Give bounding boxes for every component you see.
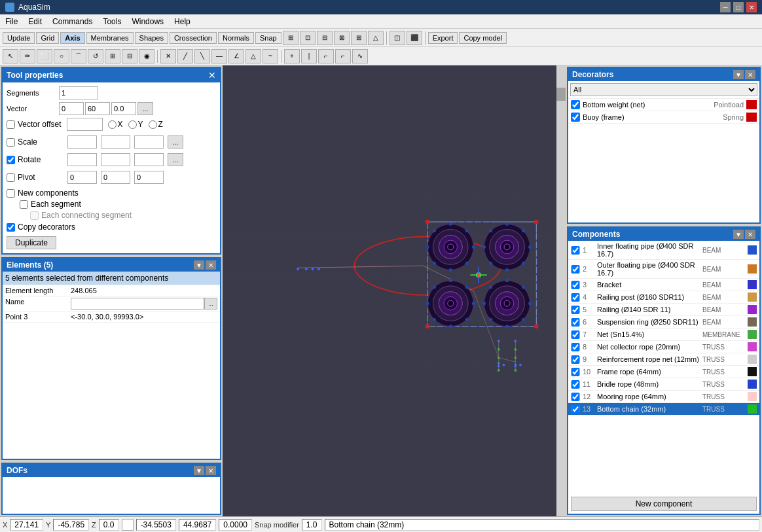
dofs-collapse[interactable]: ▼ (194, 466, 204, 475)
minimize-button[interactable]: ─ (720, 2, 731, 12)
rotate-z-input[interactable] (134, 153, 164, 166)
component-item-4[interactable]: 4 Railing post (Ø160 SDR11) BEAM (568, 291, 759, 304)
toolbar-snap[interactable]: Snap (255, 32, 281, 44)
toolbar-icon5[interactable]: △ (368, 31, 384, 45)
decorator-check-1[interactable] (571, 113, 580, 122)
scale-z-input[interactable] (134, 135, 164, 149)
component-item-10[interactable]: 10 Frame rope (64mm) TRUSS (568, 366, 759, 378)
vector-x-input[interactable] (59, 102, 84, 115)
component-item-3[interactable]: 3 Bracket BEAM (568, 279, 759, 291)
component-check-9[interactable] (571, 355, 580, 364)
toolbar-icon1[interactable]: ⊡ (300, 31, 316, 45)
each-segment-check[interactable] (20, 200, 28, 209)
vector-z-input[interactable] (111, 102, 136, 115)
tool-bend1[interactable]: ⌐ (318, 49, 334, 63)
tool-snake[interactable]: ∿ (352, 49, 368, 63)
component-item-7[interactable]: 7 Net (Sn15.4%) MEMBRANE (568, 328, 759, 341)
new-component-button[interactable]: New component (571, 497, 757, 511)
toolbar-icon2[interactable]: ⊟ (317, 31, 333, 45)
tool-rotate[interactable]: ↺ (88, 49, 103, 63)
pivot-check[interactable] (7, 173, 15, 182)
decorator-filter-select[interactable]: All (570, 83, 757, 96)
pivot-y-input[interactable] (101, 171, 130, 184)
toolbar-icon3[interactable]: ⊠ (334, 31, 350, 45)
canvas-area[interactable] (223, 65, 566, 516)
component-check-4[interactable] (571, 293, 580, 302)
decorator-check-0[interactable] (571, 100, 580, 109)
menu-windows[interactable]: Windows (126, 14, 169, 28)
rotate-more-button[interactable]: ... (168, 153, 183, 166)
component-item-8[interactable]: 8 Net collector rope (20mm) TRUSS (568, 341, 759, 353)
tool-properties-close[interactable]: ✕ (208, 70, 216, 80)
rotate-y-input[interactable] (101, 153, 130, 166)
rotate-x-input[interactable] (67, 153, 97, 166)
component-check-3[interactable] (571, 281, 580, 289)
tool-line[interactable]: — (211, 49, 227, 63)
elements-close[interactable]: ✕ (206, 260, 216, 270)
pivot-z-input[interactable] (134, 171, 164, 184)
toolbar-icon7[interactable]: ⬛ (407, 31, 422, 45)
component-item-1[interactable]: 1 Inner floating pipe (Ø400 SDR 16.7) BE… (568, 241, 759, 260)
toolbar-icon4[interactable]: ⊞ (351, 31, 367, 45)
elements-collapse[interactable]: ▼ (194, 260, 204, 270)
component-item-13[interactable]: 13 Bottom chain (32mm) TRUSS (568, 403, 759, 416)
element-name-more[interactable]: ... (204, 298, 217, 310)
component-item-11[interactable]: 11 Bridle rope (48mm) TRUSS (568, 378, 759, 391)
component-check-11[interactable] (571, 380, 580, 389)
component-check-10[interactable] (571, 368, 580, 376)
toolbar-icon6[interactable]: ◫ (390, 31, 405, 45)
component-item-2[interactable]: 2 Outer floating pipe (Ø400 SDR 16.7) BE… (568, 260, 759, 279)
component-check-2[interactable] (571, 265, 580, 274)
toolbar-grid[interactable]: Grid (36, 32, 59, 44)
radio-z[interactable] (149, 120, 157, 129)
scale-x-input[interactable] (67, 135, 97, 149)
component-item-6[interactable]: 6 Suspension ring (Ø250 SDR11) BEAM (568, 316, 759, 328)
tool-pen[interactable]: ✏ (20, 49, 35, 63)
snap-checkbox[interactable] (122, 519, 134, 531)
new-components-check[interactable] (7, 189, 15, 198)
menu-commands[interactable]: Commands (47, 14, 98, 28)
toolbar-export[interactable]: Export (428, 32, 458, 44)
component-check-6[interactable] (571, 318, 580, 327)
toolbar-copy-model[interactable]: Copy model (459, 32, 507, 44)
vector-more-button[interactable]: ... (137, 102, 153, 115)
element-name-input[interactable] (71, 298, 204, 310)
component-check-5[interactable] (571, 306, 580, 314)
tool-backslash[interactable]: ╲ (194, 49, 210, 63)
tool-arc[interactable]: ⌒ (71, 49, 86, 63)
rotate-check[interactable] (7, 156, 15, 164)
decorators-collapse[interactable]: ▼ (733, 70, 744, 79)
tool-point[interactable]: ◉ (139, 49, 154, 63)
maximize-button[interactable]: □ (733, 2, 744, 12)
vector-offset-input[interactable] (67, 118, 103, 131)
scrollbar-thumb[interactable] (556, 88, 566, 101)
toolbar-snap-icon[interactable]: ⊞ (283, 31, 299, 45)
component-item-9[interactable]: 9 Reinforcement rope net (12mm) TRUSS (568, 353, 759, 366)
tool-plus[interactable]: + (284, 49, 300, 63)
duplicate-button[interactable]: Duplicate (7, 236, 56, 249)
tool-rect[interactable]: ⬜ (37, 49, 52, 63)
toolbar-crossection[interactable]: Crossection (170, 32, 217, 44)
pivot-x-input[interactable] (67, 171, 97, 184)
radio-y[interactable] (128, 120, 137, 129)
canvas-scrollbar[interactable] (556, 65, 566, 516)
toolbar-membranes[interactable]: Membranes (86, 32, 134, 44)
toolbar-update[interactable]: Update (3, 32, 35, 44)
components-collapse[interactable]: ▼ (733, 230, 744, 239)
scale-more-button[interactable]: ... (168, 135, 183, 149)
menu-edit[interactable]: Edit (23, 14, 47, 28)
tool-grid2[interactable]: ⊞ (105, 49, 120, 63)
decorators-close[interactable]: ✕ (745, 70, 755, 79)
copy-decorators-check[interactable] (7, 223, 15, 232)
menu-file[interactable]: File (0, 14, 23, 28)
components-close[interactable]: ✕ (745, 230, 755, 239)
tool-split[interactable]: ⊟ (122, 49, 137, 63)
scale-y-input[interactable] (101, 135, 130, 149)
tool-angle[interactable]: ∠ (228, 49, 244, 63)
menu-help[interactable]: Help (169, 14, 196, 28)
component-item-5[interactable]: 5 Railing (Ø140 SDR 11) BEAM (568, 304, 759, 316)
component-check-13[interactable] (571, 405, 580, 414)
component-check-8[interactable] (571, 343, 580, 351)
vector-y-input[interactable] (85, 102, 110, 115)
dofs-close[interactable]: ✕ (206, 466, 216, 475)
